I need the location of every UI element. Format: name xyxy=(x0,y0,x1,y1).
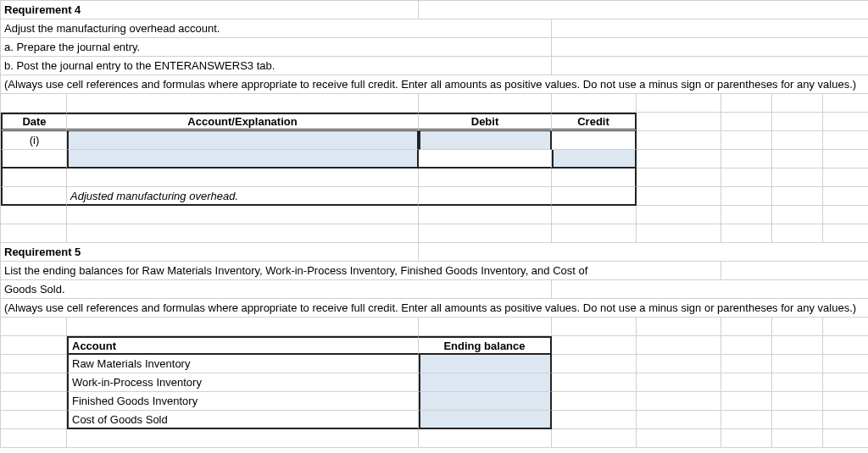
blank-row xyxy=(772,224,823,243)
blank xyxy=(823,150,868,168)
blank xyxy=(772,373,823,392)
blank-row xyxy=(419,429,552,448)
blank xyxy=(637,168,721,187)
blank xyxy=(552,336,637,355)
blank-row xyxy=(1,429,67,448)
req5-desc-2: Goods Sold. xyxy=(1,280,552,299)
blank xyxy=(772,168,823,187)
blank xyxy=(637,373,721,392)
blank xyxy=(552,392,637,411)
journal-account-1[interactable] xyxy=(67,131,419,150)
blank-row xyxy=(67,318,419,336)
blank-row xyxy=(721,429,772,448)
blank-row xyxy=(637,429,721,448)
blank xyxy=(823,336,868,355)
blank xyxy=(552,411,637,429)
blank-row xyxy=(419,206,552,224)
journal-expl-debit xyxy=(419,187,552,206)
journal-expl-blank xyxy=(1,187,67,206)
blank-row xyxy=(721,94,772,113)
spreadsheet: Requirement 4 Adjust the manufacturing o… xyxy=(0,0,868,448)
acct-wip: Work-in-Process Inventory xyxy=(67,373,419,392)
header2-ending: Ending balance xyxy=(419,336,552,355)
blank xyxy=(419,243,868,262)
journal-debit-1[interactable] xyxy=(419,131,552,150)
blank-row xyxy=(772,429,823,448)
journal-spacer xyxy=(419,168,552,187)
blank-row xyxy=(67,206,419,224)
journal-date-2 xyxy=(1,150,67,168)
req5-desc-1: List the ending balances for Raw Materia… xyxy=(1,262,721,280)
blank xyxy=(1,411,67,429)
blank-row xyxy=(823,318,868,336)
blank xyxy=(823,355,868,373)
blank xyxy=(637,411,721,429)
blank-row xyxy=(823,224,868,243)
blank-row xyxy=(419,224,552,243)
blank xyxy=(721,262,868,280)
blank xyxy=(772,187,823,206)
blank xyxy=(637,392,721,411)
journal-spacer xyxy=(67,168,419,187)
blank xyxy=(637,355,721,373)
blank xyxy=(721,373,772,392)
ending-raw-materials[interactable] xyxy=(419,355,552,373)
blank xyxy=(552,373,637,392)
blank xyxy=(552,355,637,373)
blank xyxy=(637,113,721,131)
blank xyxy=(637,131,721,150)
blank xyxy=(419,1,868,19)
blank xyxy=(552,38,868,57)
req4-line2: a. Prepare the journal entry. xyxy=(1,38,552,57)
blank xyxy=(823,411,868,429)
req4-line1: Adjust the manufacturing overhead accoun… xyxy=(1,19,552,38)
blank xyxy=(721,150,772,168)
blank-row xyxy=(772,206,823,224)
blank-row xyxy=(772,94,823,113)
ending-finished-goods[interactable] xyxy=(419,392,552,411)
blank-row xyxy=(721,206,772,224)
header-debit: Debit xyxy=(419,113,552,131)
blank-row xyxy=(1,206,67,224)
blank-row xyxy=(721,318,772,336)
blank xyxy=(1,392,67,411)
header2-account: Account xyxy=(67,336,419,355)
blank-row xyxy=(552,206,637,224)
blank-row xyxy=(721,224,772,243)
blank xyxy=(823,131,868,150)
blank xyxy=(823,392,868,411)
blank xyxy=(823,187,868,206)
ending-wip[interactable] xyxy=(419,373,552,392)
blank-row xyxy=(419,94,552,113)
blank xyxy=(721,131,772,150)
journal-expl-credit xyxy=(552,187,637,206)
blank xyxy=(772,411,823,429)
blank xyxy=(721,113,772,131)
blank xyxy=(772,113,823,131)
acct-raw-materials: Raw Materials Inventory xyxy=(67,355,419,373)
blank-row xyxy=(552,318,637,336)
header-credit: Credit xyxy=(552,113,637,131)
blank xyxy=(637,150,721,168)
blank-row xyxy=(823,429,868,448)
blank-row xyxy=(823,206,868,224)
header-date: Date xyxy=(1,113,67,131)
blank xyxy=(772,392,823,411)
blank-row xyxy=(552,429,637,448)
blank xyxy=(772,336,823,355)
blank-row xyxy=(637,206,721,224)
blank xyxy=(721,392,772,411)
ending-cogs[interactable] xyxy=(419,411,552,429)
blank-row xyxy=(67,94,419,113)
blank xyxy=(552,19,868,38)
blank xyxy=(552,57,868,75)
blank-row xyxy=(67,429,419,448)
blank-row xyxy=(1,224,67,243)
journal-credit-2[interactable] xyxy=(552,150,637,168)
journal-account-2[interactable] xyxy=(67,150,419,168)
blank xyxy=(721,411,772,429)
blank xyxy=(772,131,823,150)
blank-row xyxy=(1,94,67,113)
blank xyxy=(1,336,67,355)
blank-row xyxy=(637,318,721,336)
